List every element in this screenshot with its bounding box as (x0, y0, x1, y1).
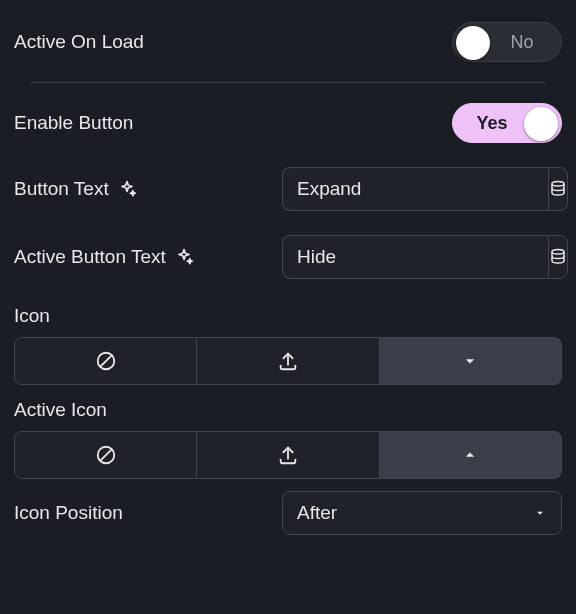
dynamic-content-button[interactable] (548, 167, 568, 211)
database-icon (549, 248, 567, 266)
active-on-load-label: Active On Load (14, 31, 144, 53)
icon-section-label: Icon (14, 291, 562, 337)
active-on-load-toggle[interactable]: No (452, 22, 562, 62)
enable-button-label: Enable Button (14, 112, 133, 134)
toggle-knob (524, 107, 558, 141)
icon-option-none[interactable] (14, 337, 197, 385)
upload-icon (277, 350, 299, 372)
sparkle-icon (174, 247, 194, 267)
icon-option-chevron-down[interactable] (380, 337, 562, 385)
active-button-text-input[interactable] (282, 235, 548, 279)
active-icon-section-label: Active Icon (14, 385, 562, 431)
toggle-state-text: No (510, 32, 533, 53)
svg-line-3 (100, 355, 112, 367)
active-icon-segmented-control (14, 431, 562, 479)
none-icon (95, 444, 117, 466)
dynamic-content-button[interactable] (548, 235, 568, 279)
chevron-up-icon (460, 445, 480, 465)
toggle-knob (456, 26, 490, 60)
enable-button-toggle[interactable]: Yes (452, 103, 562, 143)
sparkle-icon (117, 179, 137, 199)
toggle-state-text: Yes (476, 113, 507, 134)
button-text-input[interactable] (282, 167, 548, 211)
chevron-down-icon (460, 351, 480, 371)
icon-segmented-control (14, 337, 562, 385)
database-icon (549, 180, 567, 198)
svg-point-0 (552, 182, 564, 187)
divider (30, 82, 546, 83)
svg-point-1 (552, 250, 564, 255)
active-icon-option-chevron-up[interactable] (380, 431, 562, 479)
active-icon-option-upload[interactable] (197, 431, 379, 479)
active-button-text-label: Active Button Text (14, 246, 166, 268)
button-text-label: Button Text (14, 178, 109, 200)
select-value: After (297, 502, 337, 524)
icon-position-select[interactable]: After (282, 491, 562, 535)
svg-line-6 (100, 449, 112, 461)
upload-icon (277, 444, 299, 466)
none-icon (95, 350, 117, 372)
caret-down-icon (533, 506, 547, 520)
active-icon-option-none[interactable] (14, 431, 197, 479)
icon-option-upload[interactable] (197, 337, 379, 385)
icon-position-label: Icon Position (14, 502, 123, 524)
